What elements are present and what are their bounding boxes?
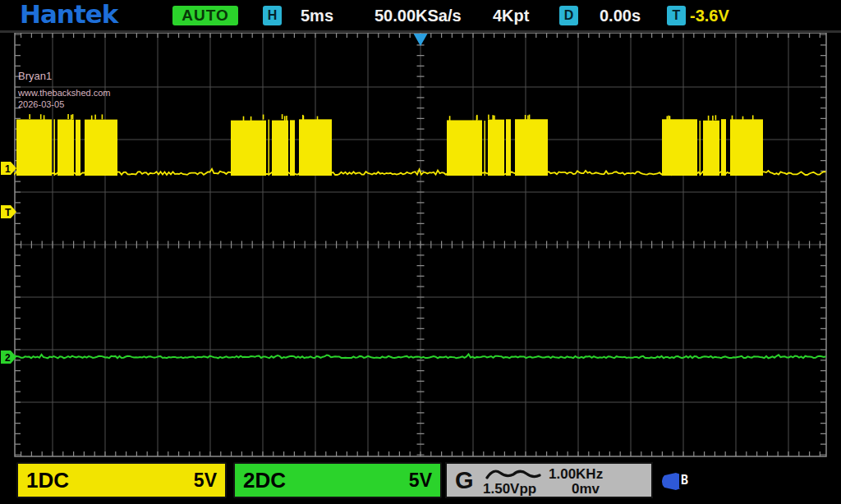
run-status-badge: AUTO [172, 6, 238, 25]
horizontal-badge-icon: H [263, 6, 282, 25]
bottom-status-bar: 1DC 5V 2DC 5V G 1.00KHz 1.50Vpp 0mv B [0, 458, 841, 504]
watermark-username: Bryan1 [18, 71, 52, 82]
watermark-website: www.thebackshed.com [18, 88, 111, 98]
ch1-level-marker[interactable]: 1 [1, 162, 16, 175]
trigger-badge-icon: T [667, 6, 686, 25]
trigger-marker-label: T [5, 207, 11, 218]
ch2-coupling-label: 2DC [243, 468, 286, 493]
sample-rate-readout: 50.00KSa/s [375, 7, 462, 25]
trigger-level-readout: -3.6V [690, 7, 729, 25]
ch2-marker-label: 2 [5, 352, 11, 364]
ch1-volts-per-div: 5V [194, 470, 217, 492]
ch1-coupling-label: 1DC [26, 468, 69, 493]
generator-settings-box[interactable]: G 1.00KHz 1.50Vpp 0mv [445, 462, 653, 498]
record-length-readout: 4Kpt [493, 7, 529, 25]
delay-badge-icon: D [559, 6, 578, 25]
timebase-readout: 5ms [301, 7, 333, 25]
usb-drive-letter: B [679, 472, 690, 488]
ch2-volts-per-div: 5V [409, 470, 432, 492]
sine-wave-icon [485, 467, 541, 481]
ch2-level-marker[interactable]: 2 [1, 351, 16, 364]
generator-frequency: 1.00KHz [549, 466, 603, 483]
graticule-grid [15, 33, 826, 456]
usb-device-indicator: B [662, 471, 695, 493]
generator-amplitude: 1.50Vpp [483, 481, 536, 497]
horizontal-offset-readout: 0.00s [600, 7, 641, 25]
watermark-date: 2026-03-05 [18, 99, 64, 109]
scope-display: 1 T 2 [0, 0, 841, 504]
oscilloscope-screen: { "topbar": { "logo": "Hantek", "run_sta… [0, 0, 841, 504]
hantek-logo: Hantek [20, 0, 117, 29]
trigger-level-marker[interactable]: T [1, 205, 16, 218]
ch2-settings-box[interactable]: 2DC 5V [233, 462, 442, 498]
trigger-position-marker[interactable] [414, 34, 428, 46]
ch1-marker-label: 1 [5, 163, 11, 175]
topbar-separator [0, 30, 841, 33]
ch1-settings-box[interactable]: 1DC 5V [16, 462, 227, 498]
generator-offset: 0mv [572, 481, 600, 497]
top-status-bar: Hantek AUTO H 5ms 50.00KSa/s 4Kpt D 0.00… [0, 0, 841, 30]
generator-badge: G [455, 467, 474, 494]
